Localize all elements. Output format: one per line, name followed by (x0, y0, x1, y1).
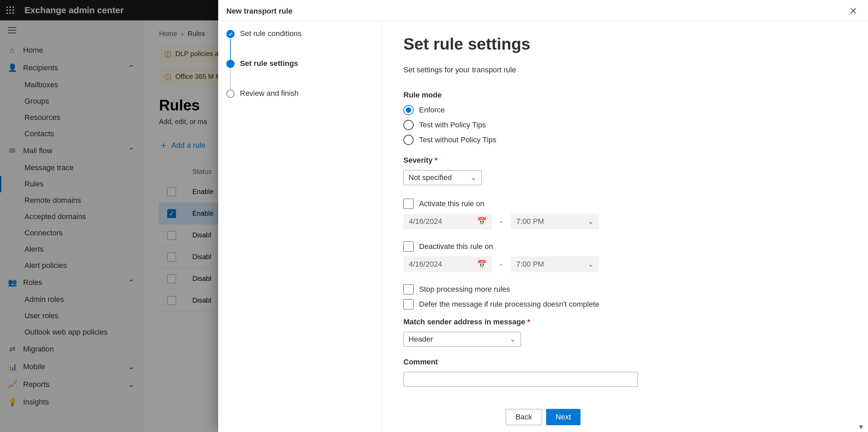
rule-mode-test-no-tips[interactable]: Test without Policy Tips (403, 135, 846, 145)
rule-mode-enforce[interactable]: Enforce (403, 105, 846, 115)
flyout-title: New transport rule (226, 7, 292, 16)
step-connector (230, 39, 231, 60)
step-review[interactable]: Review and finish (226, 89, 373, 98)
check-icon (228, 32, 232, 36)
next-button[interactable]: Next (546, 409, 580, 425)
radio-icon (403, 135, 414, 145)
activate-date-input[interactable]: 4/16/2024 📅 (403, 214, 492, 229)
deactivate-checkbox[interactable]: Deactivate this rule on (403, 241, 846, 252)
match-sender-select[interactable]: Header ⌄ (403, 332, 521, 347)
radio-icon (403, 105, 414, 115)
date-value: 4/16/2024 (409, 217, 442, 226)
radio-label: Test with Policy Tips (419, 121, 486, 129)
activate-checkbox[interactable]: Activate this rule on (403, 199, 846, 209)
chevron-down-icon: ⌄ (510, 335, 516, 344)
calendar-icon: 📅 (477, 217, 486, 226)
stop-processing-checkbox[interactable]: Stop processing more rules (403, 284, 846, 294)
severity-select[interactable]: Not specified ⌄ (403, 170, 482, 185)
step-label: Review and finish (240, 89, 298, 98)
step-dot-done-icon (226, 30, 235, 38)
form-column: Set rule settings Set settings for your … (381, 21, 868, 432)
close-button[interactable]: ✕ (847, 4, 860, 18)
close-icon: ✕ (849, 6, 857, 16)
date-value: 4/16/2024 (409, 260, 442, 269)
select-value: Not specified (409, 173, 452, 182)
range-separator: - (500, 217, 503, 226)
checkbox-icon (403, 241, 414, 252)
checkbox-label: Activate this rule on (419, 199, 484, 208)
comment-input[interactable] (403, 372, 638, 387)
checkbox-label: Defer the message if rule processing doe… (419, 300, 599, 309)
step-settings[interactable]: Set rule settings (226, 59, 373, 89)
severity-label: Severity * (403, 156, 846, 165)
step-dot-future-icon (226, 90, 235, 98)
chevron-down-icon: ⌄ (588, 260, 594, 269)
select-value: Header (409, 335, 433, 344)
defer-checkbox[interactable]: Defer the message if rule processing doe… (403, 299, 846, 309)
time-value: 7:00 PM (516, 260, 544, 269)
range-separator: - (500, 259, 503, 269)
checkbox-icon (403, 284, 414, 294)
calendar-icon: 📅 (477, 260, 486, 269)
form-title: Set rule settings (403, 35, 846, 53)
step-label: Set rule conditions (240, 29, 301, 38)
radio-icon (403, 120, 414, 130)
deactivate-time-input[interactable]: 7:00 PM ⌄ (511, 256, 599, 272)
time-value: 7:00 PM (516, 217, 544, 226)
radio-label: Enforce (419, 106, 445, 114)
comment-label: Comment (403, 358, 846, 366)
wizard-stepper: Set rule conditions Set rule settings Re… (218, 21, 381, 432)
radio-label: Test without Policy Tips (419, 136, 496, 144)
checkbox-icon (403, 299, 414, 309)
rule-mode-label: Rule mode (403, 91, 846, 100)
new-rule-flyout: New transport rule ✕ Set rule conditions… (218, 0, 868, 432)
activate-time-input[interactable]: 7:00 PM ⌄ (511, 214, 599, 229)
back-button[interactable]: Back (506, 409, 542, 425)
checkbox-label: Deactivate this rule on (419, 242, 493, 251)
chevron-down-icon: ⌄ (470, 173, 476, 182)
step-dot-current-icon (226, 60, 235, 68)
flyout-header: New transport rule ✕ (218, 0, 868, 21)
rule-mode-test-tips[interactable]: Test with Policy Tips (403, 120, 846, 130)
step-label: Set rule settings (240, 59, 298, 68)
checkbox-icon (403, 199, 414, 209)
form-description: Set settings for your transport rule (403, 66, 846, 74)
chevron-down-icon: ⌄ (588, 217, 594, 226)
step-conditions[interactable]: Set rule conditions (226, 29, 373, 59)
deactivate-date-input[interactable]: 4/16/2024 📅 (403, 256, 492, 272)
checkbox-label: Stop processing more rules (419, 285, 510, 294)
wizard-footer: Back Next (218, 403, 868, 432)
match-sender-label: Match sender address in message * (403, 318, 846, 326)
step-connector (230, 69, 231, 90)
